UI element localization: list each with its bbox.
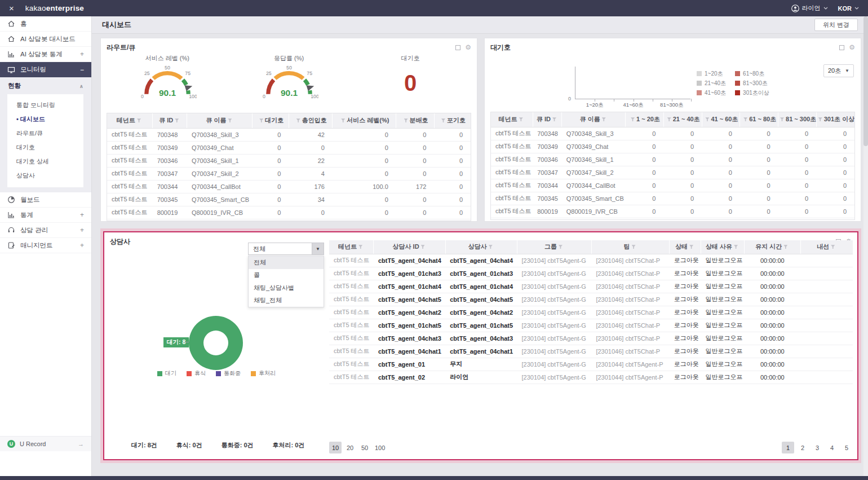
sidebar-item-monitoring[interactable]: 모니터링 −: [0, 62, 91, 77]
page-button[interactable]: 4: [826, 442, 838, 453]
table-row[interactable]: cbtT5 테스트800019Q800019_IVR_CB000000: [491, 205, 854, 218]
filter-icon[interactable]: [404, 118, 408, 122]
table-row[interactable]: cbtT5 테스트700344Q700344_CallBot0176100.01…: [107, 180, 471, 193]
table-row[interactable]: cbtT5 테스트700347Q700347_Skill_2000000: [491, 166, 854, 179]
location-change-button[interactable]: 위치 변경: [814, 19, 858, 31]
filter-icon[interactable]: [259, 118, 263, 122]
page-size-button[interactable]: 100: [373, 442, 387, 453]
filter-icon[interactable]: [358, 245, 362, 249]
column-header[interactable]: 내선: [800, 240, 853, 254]
expand-window-icon[interactable]: [455, 45, 460, 50]
table-row[interactable]: cbtT5 테스트cbtT5_agent_01chat3cbtT5_agent_…: [329, 267, 853, 280]
filter-icon[interactable]: [341, 118, 345, 122]
expand-plus-icon[interactable]: +: [80, 211, 84, 219]
table-row[interactable]: cbtT5 테스트cbtT5_agent_01무지[230104] cbtT5A…: [329, 358, 853, 371]
column-header[interactable]: 테넌트: [107, 113, 153, 128]
column-header[interactable]: 테넌트: [329, 240, 374, 254]
sidebar-item-home[interactable]: 홈: [0, 16, 91, 32]
column-header[interactable]: 큐 이름: [187, 113, 253, 128]
dropdown-option[interactable]: 채팅_전체: [249, 294, 324, 307]
filter-icon[interactable]: [175, 118, 179, 122]
filter-icon[interactable]: [489, 245, 493, 249]
language-selector[interactable]: KOR: [838, 5, 859, 12]
column-header[interactable]: 상태 사유: [701, 240, 745, 254]
filter-icon[interactable]: [705, 117, 709, 121]
filter-icon[interactable]: [831, 245, 835, 249]
menu-close-icon[interactable]: ×: [9, 3, 14, 13]
column-header[interactable]: 포기호: [434, 113, 471, 128]
sidebar-status-header[interactable]: 현황 ∧: [0, 77, 91, 94]
page-button[interactable]: 5: [840, 442, 853, 453]
table-row[interactable]: cbtT5 테스트700345Q700345_Smart_CB034000: [107, 193, 471, 206]
column-header[interactable]: 301초 이상: [816, 112, 854, 127]
filter-icon[interactable]: [228, 118, 232, 122]
sidebar-subitem[interactable]: 대기호 상세: [7, 155, 83, 169]
table-row[interactable]: cbtT5 테스트700349Q700349_Chat00000: [107, 141, 471, 154]
table-row[interactable]: cbtT5 테스트cbtT5_agent_04chat2cbtT5_agent_…: [329, 306, 853, 319]
filter-icon[interactable]: [296, 118, 300, 122]
sidebar-item-management[interactable]: 매니지먼트 +: [0, 238, 91, 253]
sidebar-subitem[interactable]: 라우트/큐: [7, 126, 83, 140]
column-header[interactable]: 대기호: [253, 113, 289, 128]
vertical-scrollbar[interactable]: [863, 16, 868, 476]
column-header[interactable]: 분배호: [396, 113, 435, 128]
filter-icon[interactable]: [602, 117, 606, 121]
interval-dropdown[interactable]: 20초 ▼: [823, 64, 854, 77]
user-menu[interactable]: 라이언: [791, 4, 828, 12]
table-row[interactable]: cbtT5 테스트cbtT5_agent_04chat1cbtT5_agent_…: [329, 345, 853, 358]
filter-icon[interactable]: [519, 117, 523, 121]
dropdown-option[interactable]: 콜: [249, 269, 324, 282]
table-row[interactable]: cbtT5 테스트cbtT5_agent_04chat3cbtT5_agent_…: [329, 332, 853, 345]
column-header[interactable]: 상태: [670, 240, 701, 254]
filter-icon[interactable]: [783, 245, 787, 249]
filter-icon[interactable]: [137, 118, 141, 122]
expand-plus-icon[interactable]: +: [80, 50, 84, 58]
filter-icon[interactable]: [743, 117, 747, 121]
column-header[interactable]: 상담사 ID: [374, 240, 445, 254]
table-row[interactable]: cbtT5 테스트700348Q700348_Skill_3000000: [491, 127, 854, 140]
page-button[interactable]: 1: [782, 442, 794, 453]
table-row[interactable]: cbtT5 테스트700348Q700348_Skill_3042000: [107, 128, 471, 141]
sidebar-item-wallboard[interactable]: 월보드: [0, 192, 91, 208]
sidebar-item-ai-bot-stats[interactable]: AI 상담봇 통계 +: [0, 47, 91, 62]
expand-plus-icon[interactable]: +: [80, 226, 84, 234]
filter-icon[interactable]: [559, 245, 563, 249]
table-row[interactable]: cbtT5 테스트cbtT5_agent_01chat5cbtT5_agent_…: [329, 319, 853, 332]
column-header[interactable]: 1 ~ 20초: [626, 112, 664, 127]
filter-icon[interactable]: [689, 245, 693, 249]
sidebar-item-stats[interactable]: 통계 +: [0, 208, 91, 223]
filter-icon[interactable]: [441, 118, 445, 122]
table-row[interactable]: cbtT5 테스트cbtT5_agent_04chat4cbtT5_agent_…: [329, 254, 853, 267]
table-row[interactable]: cbtT5 테스트cbtT5_agent_02라이언[230104] cbtT5…: [329, 371, 853, 384]
table-row[interactable]: cbtT5 테스트700344Q700344_CallBot000000: [491, 179, 854, 192]
column-header[interactable]: 큐 이름: [562, 112, 626, 127]
filter-icon[interactable]: [667, 117, 671, 121]
dropdown-option[interactable]: 채팅_상담사별: [249, 281, 324, 294]
table-row[interactable]: cbtT5 테스트700346Q700346_Skill_1000000: [491, 153, 854, 166]
column-header[interactable]: 팀: [591, 240, 669, 254]
table-row[interactable]: cbtT5 테스트800019Q800019_IVR_CB00000: [107, 206, 471, 219]
expand-window-icon[interactable]: [839, 45, 844, 50]
table-row[interactable]: cbtT5 테스트700349Q700349_Chat000000: [491, 140, 854, 153]
gear-icon[interactable]: ⚙: [849, 44, 855, 51]
column-header[interactable]: 41 ~ 60초: [702, 112, 740, 127]
filter-icon[interactable]: [818, 117, 822, 121]
column-header[interactable]: 21 ~ 40초: [663, 112, 702, 127]
dropdown-option[interactable]: 전체: [249, 256, 324, 269]
sidebar-item-urecord[interactable]: U U Record →: [0, 436, 91, 451]
sidebar-item-ai-bot-dashboard[interactable]: AI 상담봇 대시보드: [0, 32, 91, 47]
gear-icon[interactable]: ⚙: [465, 44, 471, 51]
logo[interactable]: kakaoenterprise: [25, 4, 84, 12]
table-row[interactable]: cbtT5 테스트700345Q700345_Smart_CB000000: [491, 192, 854, 205]
scrollbar-thumb[interactable]: [863, 16, 868, 146]
column-header[interactable]: 큐 ID: [533, 112, 562, 127]
table-row[interactable]: cbtT5 테스트cbtT5_agent_04chat5cbtT5_agent_…: [329, 293, 853, 306]
page-size-button[interactable]: 50: [358, 442, 371, 453]
filter-icon[interactable]: [552, 117, 556, 121]
sidebar-subitem[interactable]: 통합 모니터링: [7, 98, 83, 112]
column-header[interactable]: 그룹: [517, 240, 591, 254]
filter-icon[interactable]: [421, 245, 425, 249]
column-header[interactable]: 총인입호: [289, 113, 332, 128]
filter-icon[interactable]: [632, 245, 636, 249]
table-row[interactable]: cbtT5 테스트cbtT5_agent_01chat4cbtT5_agent_…: [329, 280, 853, 293]
